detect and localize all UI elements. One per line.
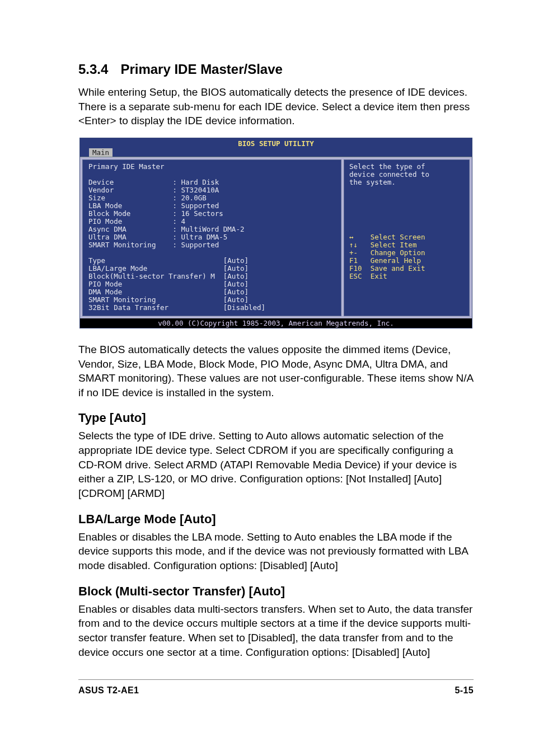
- intro-paragraph: While entering Setup, the BIOS automatic…: [78, 85, 474, 128]
- bios-copyright: v00.00 (C)Copyright 1985-2003, American …: [80, 318, 472, 328]
- bios-tab-main: Main: [89, 148, 113, 157]
- lba-body: Enables or disables the LBA mode. Settin…: [78, 530, 474, 573]
- post-bios-paragraph: The BIOS automatically detects the value…: [78, 342, 474, 400]
- section-number: 5.3.4: [78, 62, 108, 77]
- block-body: Enables or disables data multi-sectors t…: [78, 602, 474, 660]
- type-heading: Type [Auto]: [78, 411, 474, 425]
- lba-heading: LBA/Large Mode [Auto]: [78, 512, 474, 527]
- footer-right: 5-15: [455, 685, 474, 696]
- bios-body: Primary IDE Master Device : Hard Disk Ve…: [80, 157, 472, 318]
- block-heading: Block (Multi-sector Transfer) [Auto]: [78, 584, 474, 599]
- bios-right-panel: Select the type of device connected to t…: [344, 159, 470, 316]
- bios-help-desc: Select the type of device connected to t…: [349, 162, 429, 186]
- bios-tab-row: Main: [80, 148, 472, 157]
- document-page: 5.3.4Primary IDE Master/Slave While ente…: [0, 0, 534, 729]
- bios-window: BIOS SETUP UTILITY Main Primary IDE Mast…: [80, 138, 472, 328]
- bios-key-help: ↔ Select Screen ↑↓ Select Item +- Change…: [349, 233, 425, 280]
- type-body: Selects the type of IDE drive. Setting t…: [78, 429, 474, 500]
- bios-title: BIOS SETUP UTILITY: [80, 138, 472, 148]
- section-title-text: Primary IDE Master/Slave: [120, 62, 283, 77]
- section-heading: 5.3.4Primary IDE Master/Slave: [78, 62, 474, 77]
- bios-left-panel: Primary IDE Master Device : Hard Disk Ve…: [82, 159, 341, 316]
- page-footer: ASUS T2-AE1 5-15: [78, 679, 474, 696]
- footer-left: ASUS T2-AE1: [78, 685, 139, 696]
